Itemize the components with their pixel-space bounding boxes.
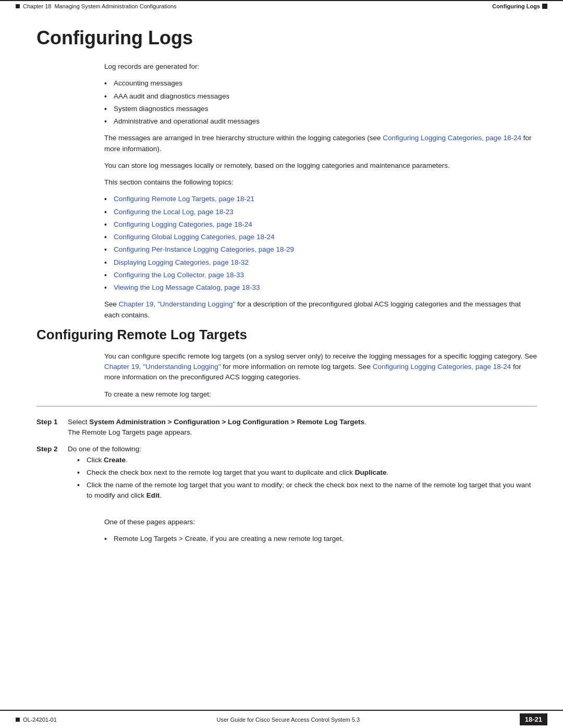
step2-content: Do one of the following: Click Create. C…: [68, 441, 537, 510]
step1-text: Select System Administration > Configura…: [68, 417, 537, 427]
step2-bullets: Click Create. Check the check box next t…: [77, 455, 537, 501]
steps-table: Step 1 Select System Administration > Co…: [36, 414, 537, 511]
footer-page-number: 18-21: [520, 713, 547, 725]
footer: OL-24201-01 User Guide for Cisco Secure …: [0, 710, 563, 728]
header-chapter: Chapter 18: [23, 3, 51, 9]
topic-item: Viewing the Log Message Catalog, page 18…: [104, 282, 537, 293]
topic-link-7[interactable]: Viewing the Log Message Catalog, page 18…: [114, 283, 260, 291]
step2-row: Step 2 Do one of the following: Click Cr…: [36, 441, 537, 510]
step1-row: Step 1 Select System Administration > Co…: [36, 414, 537, 441]
step1-bold: System Administration > Configuration > …: [89, 418, 364, 426]
step2-bullet-0: Click Create.: [77, 455, 537, 465]
footer-right-text: User Guide for Cisco Secure Access Contr…: [217, 717, 360, 723]
intro-para2-before: The messages are arranged in tree hierar…: [104, 134, 383, 142]
section1-para1: You can configure specific remote log ta…: [104, 351, 537, 383]
final-bullet-0: Remote Log Targets > Create, if you are …: [104, 534, 537, 544]
step1-content: Select System Administration > Configura…: [68, 414, 537, 441]
bullet-item: Administrative and operational audit mes…: [104, 116, 537, 127]
intro-para5-before: See: [104, 300, 119, 308]
bullet-item: AAA audit and diagnostics messages: [104, 91, 537, 102]
topic-link-3[interactable]: Configuring Global Logging Categories, p…: [114, 233, 274, 241]
intro-para4: This section contains the following topi…: [104, 177, 537, 188]
step2-bullet-2: Click the name of the remote log target …: [77, 480, 537, 501]
intro-para3: You can store log messages locally or re…: [104, 161, 537, 171]
footer-left-square-icon: [16, 718, 20, 722]
footer-left-text: OL-24201-01: [23, 717, 57, 723]
step2-label: Step 2: [36, 441, 68, 510]
step1-label: Step 1: [36, 414, 68, 441]
s1p1-before: You can configure specific remote log ta…: [104, 352, 537, 360]
topic-item: Configuring Remote Log Targets, page 18-…: [104, 194, 537, 204]
footer-left: OL-24201-01: [16, 717, 57, 723]
header-bar: Chapter 18 Managing System Administratio…: [0, 0, 563, 11]
header-left-square-icon: [16, 4, 20, 8]
page-container: Chapter 18 Managing System Administratio…: [0, 0, 563, 728]
step2-bullet-1: Check the check box next to the remote l…: [77, 467, 537, 478]
step1-before: Select: [68, 418, 89, 426]
header-bar-right: Configuring Logs: [492, 3, 547, 9]
intro-link1[interactable]: Configuring Logging Categories, page 18-…: [383, 134, 521, 142]
topic-item: Displaying Logging Categories, page 18-3…: [104, 257, 537, 268]
page-title: Configuring Logs: [36, 27, 537, 49]
intro-link2[interactable]: Chapter 19, "Understanding Logging": [119, 300, 236, 308]
section1-para2: To create a new remote log target:: [104, 389, 537, 400]
s1-link1[interactable]: Chapter 19, "Understanding Logging": [104, 363, 221, 371]
header-right-square-icon: [542, 4, 547, 9]
step1-after: .: [364, 418, 366, 426]
topic-item: Configuring the Log Collector, page 18-3…: [104, 270, 537, 280]
intro-para1: Log records are generated for:: [104, 61, 537, 72]
header-chapter-title: Managing System Administration Configura…: [54, 3, 176, 9]
s1-link2[interactable]: Configuring Logging Categories, page 18-…: [373, 363, 511, 371]
section1-heading: Configuring Remote Log Targets: [36, 327, 537, 343]
intro-para2: The messages are arranged in tree hierar…: [104, 133, 537, 154]
intro-para5: See Chapter 19, "Understanding Logging" …: [104, 299, 537, 320]
topic-link-6[interactable]: Configuring the Log Collector, page 18-3…: [114, 271, 244, 279]
topic-item: Configuring Per-Instance Logging Categor…: [104, 244, 537, 255]
topic-link-1[interactable]: Configuring the Local Log, page 18-23: [114, 208, 234, 216]
divider-line: [36, 406, 537, 406]
footer-center: User Guide for Cisco Secure Access Contr…: [217, 717, 360, 723]
topic-link-4[interactable]: Configuring Per-Instance Logging Categor…: [114, 245, 294, 253]
final-bullets: Remote Log Targets > Create, if you are …: [104, 534, 537, 544]
topic-link-2[interactable]: Configuring Logging Categories, page 18-…: [114, 220, 252, 228]
topic-item: Configuring the Local Log, page 18-23: [104, 207, 537, 217]
topic-item: Configuring Logging Categories, page 18-…: [104, 219, 537, 230]
topic-link-0[interactable]: Configuring Remote Log Targets, page 18-…: [114, 195, 254, 203]
intro-bullets1: Accounting messages AAA audit and diagno…: [104, 78, 537, 127]
topic-link-5[interactable]: Displaying Logging Categories, page 18-3…: [114, 258, 249, 266]
step1-sub: The Remote Log Targets page appears.: [68, 427, 537, 438]
header-left: Chapter 18 Managing System Administratio…: [16, 3, 177, 9]
bullet-item: System diagnostics messages: [104, 104, 537, 114]
bullet-item: Accounting messages: [104, 78, 537, 89]
section1-para3: One of these pages appears:: [104, 517, 537, 527]
step2-text: Do one of the following:: [68, 444, 537, 454]
s1p1-mid: for more information on remote log targe…: [221, 363, 373, 371]
topics-list: Configuring Remote Log Targets, page 18-…: [104, 194, 537, 293]
topic-item: Configuring Global Logging Categories, p…: [104, 232, 537, 242]
header-right-text: Configuring Logs: [492, 3, 540, 9]
main-content: Configuring Logs Log records are generat…: [0, 11, 563, 592]
